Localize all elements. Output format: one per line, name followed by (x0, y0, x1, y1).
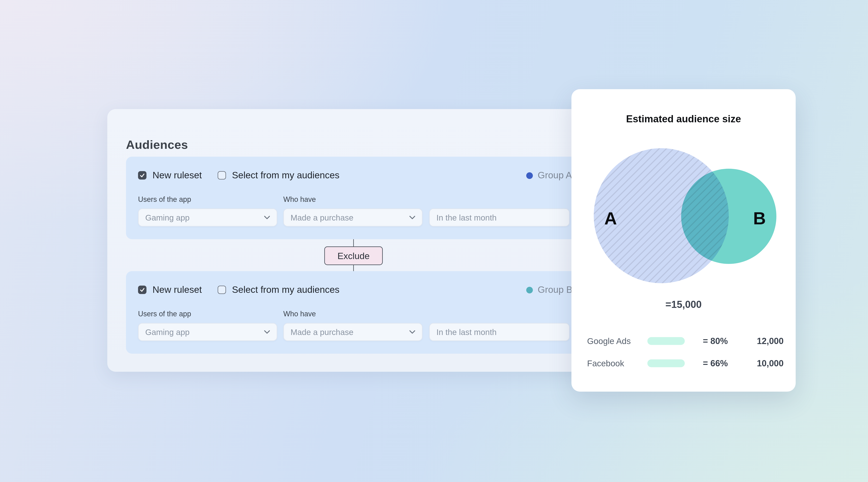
chevron-down-icon (264, 330, 270, 334)
timeframe-input[interactable] (436, 327, 562, 336)
select-from-audiences-checkbox[interactable] (218, 171, 226, 180)
chevron-down-icon (264, 216, 270, 219)
users-of-app-label: Users of the app (138, 195, 191, 204)
select-from-audiences-label: Select from my audiences (232, 170, 340, 181)
who-have-label: Who have (283, 310, 316, 318)
progress-bar (647, 337, 685, 345)
stat-value: 10,000 (757, 358, 784, 368)
stat-row-facebook: Facebook = 66% 10,000 (571, 357, 796, 369)
group-a-dot-icon (526, 172, 533, 179)
chevron-down-icon (409, 216, 415, 219)
audiences-card: Audiences New ruleset Select from my aud… (107, 109, 590, 372)
app-select[interactable]: Gaming app (138, 323, 277, 341)
stat-percent: = 80% (703, 336, 728, 346)
ruleset-a-options-row: New ruleset Select from my audiences (138, 170, 340, 181)
select-from-audiences-checkbox[interactable] (218, 286, 226, 294)
stat-label: Google Ads (587, 336, 631, 346)
check-icon (139, 287, 145, 293)
new-ruleset-checkbox[interactable] (138, 286, 147, 294)
estimated-audience-card: Estimated audience size A B =15,000 Goog… (571, 89, 796, 392)
ruleset-group-a: New ruleset Select from my audiences Gro… (126, 157, 584, 239)
venn-label-b: B (753, 208, 766, 228)
users-of-app-label: Users of the app (138, 310, 191, 318)
timeframe-input-wrap (429, 323, 569, 341)
group-b-label: Group B (538, 284, 572, 295)
venn-circles (594, 148, 776, 283)
who-have-label: Who have (283, 195, 316, 204)
connector-line-top (353, 239, 354, 247)
chevron-down-icon (409, 330, 415, 334)
exclude-button[interactable]: Exclude (324, 247, 383, 265)
select-from-audiences-label: Select from my audiences (232, 284, 340, 295)
page-title: Audiences (126, 138, 188, 152)
estimated-total: =15,000 (571, 299, 796, 310)
group-a-label: Group A (538, 170, 572, 181)
ruleset-b-options-row: New ruleset Select from my audiences (138, 284, 340, 295)
page-background: Audiences New ruleset Select from my aud… (0, 0, 868, 482)
stat-percent: = 66% (703, 358, 728, 368)
timeframe-input[interactable] (436, 213, 562, 222)
stat-label: Facebook (587, 358, 624, 368)
estimate-card-title: Estimated audience size (571, 113, 796, 125)
connector-line-bottom (353, 265, 354, 271)
new-ruleset-label: New ruleset (153, 170, 202, 181)
venn-diagram: A B (571, 138, 796, 290)
app-select[interactable]: Gaming app (138, 208, 277, 227)
event-select[interactable]: Made a purchase (283, 208, 423, 227)
progress-bar (647, 359, 685, 367)
timeframe-input-wrap (429, 208, 569, 227)
new-ruleset-label: New ruleset (153, 284, 202, 295)
check-icon (139, 172, 145, 178)
group-b-badge: Group B (526, 286, 572, 294)
ruleset-group-b: New ruleset Select from my audiences Gro… (126, 271, 584, 354)
group-a-badge: Group A (526, 171, 572, 180)
venn-label-a: A (604, 208, 617, 228)
event-select[interactable]: Made a purchase (283, 323, 423, 341)
stat-value: 12,000 (757, 336, 784, 346)
new-ruleset-checkbox[interactable] (138, 171, 147, 180)
group-b-dot-icon (526, 287, 533, 293)
stat-row-google-ads: Google Ads = 80% 12,000 (571, 335, 796, 347)
